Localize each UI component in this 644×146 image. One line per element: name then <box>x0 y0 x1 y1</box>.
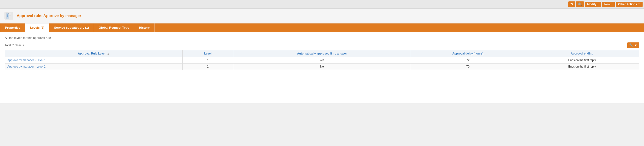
total-count-row: Total: 2 objects. 🔧 ▼ <box>5 42 639 48</box>
col-header-delay: Approval delay (hours) <box>411 50 525 57</box>
row-name-link[interactable]: Approve by manager - Level 1 <box>7 59 46 62</box>
tab-history[interactable]: History <box>134 23 154 32</box>
cell-name: Approve by manager - Level 2 <box>5 64 183 70</box>
table-actions-dropdown-arrow: ▼ <box>634 43 637 47</box>
modify-button[interactable]: Modify... <box>585 2 601 7</box>
tabs-bar: Properties Levels (2) Service subcategor… <box>0 23 644 32</box>
sort-arrow-icon: ▲ <box>107 52 110 55</box>
cell-auto-approved: Yes <box>233 57 411 64</box>
tab-properties[interactable]: Properties <box>0 23 25 32</box>
wrench-icon: 🔧 <box>629 43 633 47</box>
cell-level: 2 <box>182 64 233 70</box>
cell-ending: Ends on the first reply <box>525 57 639 64</box>
col-header-ending: Approval ending <box>525 50 639 57</box>
page-header: Approval rule: Approve by manager <box>0 8 644 23</box>
tab-global-request-type[interactable]: Global Request Type <box>94 23 134 32</box>
dropdown-arrow-icon: ▼ <box>638 3 640 5</box>
other-actions-label: Other Actions <box>618 2 637 6</box>
cell-level: 1 <box>182 57 233 64</box>
refresh-button[interactable]: ↻ <box>568 1 575 7</box>
tab-levels[interactable]: Levels (2) <box>25 23 49 32</box>
cell-delay: 70 <box>411 64 525 70</box>
row-name-link[interactable]: Approve by manager - Level 2 <box>7 65 46 68</box>
table-row: Approve by manager - Level 2 2 No 70 End… <box>5 64 639 70</box>
col-header-name[interactable]: Approval Rule Level ▲ <box>5 50 183 57</box>
col-header-level: Level <box>182 50 233 57</box>
page-title: Approval rule: Approve by manager <box>17 14 81 18</box>
toolbar: ↻ 🔍 Modify... New... Other Actions ▼ <box>0 0 644 8</box>
cell-auto-approved: No <box>233 64 411 70</box>
levels-table: Approval Rule Level ▲ Level Automaticall… <box>5 50 639 70</box>
cell-ending: Ends on the first reply <box>525 64 639 70</box>
title-dynamic: Approve by manager <box>43 14 81 18</box>
table-actions-button[interactable]: 🔧 ▼ <box>627 42 639 48</box>
section-description: All the levels for this approval rule <box>5 36 639 40</box>
page-icon <box>4 11 14 21</box>
main-content: All the levels for this approval rule To… <box>0 32 644 103</box>
table-row: Approve by manager - Level 1 1 Yes 72 En… <box>5 57 639 64</box>
table-header-row: Approval Rule Level ▲ Level Automaticall… <box>5 50 639 57</box>
col-header-auto: Automatically approved if no answer <box>233 50 411 57</box>
cell-delay: 72 <box>411 57 525 64</box>
tab-service-subcategory[interactable]: Service subcategory (1) <box>49 23 94 32</box>
total-count-label: Total: 2 objects. <box>5 44 24 47</box>
new-button[interactable]: New... <box>602 2 615 7</box>
title-static: Approval rule: <box>17 14 42 18</box>
other-actions-button[interactable]: Other Actions ▼ <box>616 2 642 7</box>
search-button[interactable]: 🔍 <box>576 1 584 7</box>
cell-name: Approve by manager - Level 1 <box>5 57 183 64</box>
